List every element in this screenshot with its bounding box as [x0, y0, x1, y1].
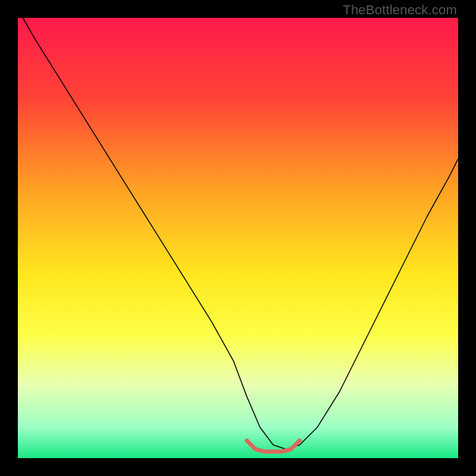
chart-background-gradient: [18, 18, 458, 458]
chart-frame: TheBottleneck.com: [0, 0, 476, 476]
chart-svg: [18, 18, 458, 458]
watermark-text: TheBottleneck.com: [343, 2, 457, 18]
chart-plot-area: [18, 18, 458, 458]
